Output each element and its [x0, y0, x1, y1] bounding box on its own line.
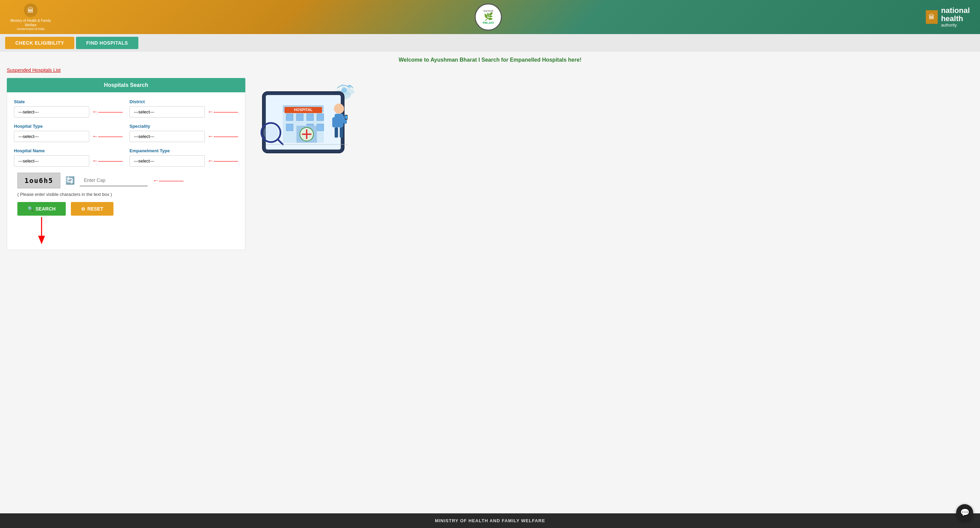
hospital-name-group: Hospital Name ---select--- ←————: [14, 148, 123, 167]
search-icon: 🔍: [28, 206, 33, 212]
navbar: CHECK ELIGIBILITY FIND HOSPITALS: [0, 34, 980, 52]
reset-button[interactable]: ⊖ RESET: [71, 202, 113, 216]
search-panel-body: State ---select--- ←———— District --: [7, 92, 245, 250]
header-left-logo: 🏛 Ministry of Health & Family Welfare Go…: [10, 3, 51, 31]
district-group: District ---select--- ←————: [129, 99, 238, 118]
speciality-arrow-indicator: ←————: [207, 133, 238, 140]
svg-rect-29: [340, 127, 343, 138]
ministry-name: Ministry of Health & Family Welfare: [10, 18, 51, 27]
district-arrow-indicator: ←————: [207, 108, 238, 116]
empanelment-type-group: Empanelment Type ---select--- ←————: [129, 148, 238, 167]
speciality-label: Speciality: [129, 124, 238, 129]
svg-rect-12: [307, 114, 313, 121]
search-panel: Hospitals Search State ---select--- ←———…: [7, 78, 245, 250]
state-group: State ---select--- ←————: [14, 99, 123, 118]
welcome-text: Welcome to Ayushman Bharat I Search for …: [7, 57, 973, 63]
svg-rect-14: [286, 124, 293, 131]
svg-point-33: [341, 87, 347, 93]
speciality-group: Speciality ---select--- ←————: [129, 124, 238, 142]
reset-icon: ⊖: [81, 206, 85, 212]
header-right-logo: 🏛 nationalhealthauthority: [926, 6, 970, 28]
svg-rect-31: [345, 116, 347, 119]
captcha-row: 1ou6h5 🔄 ←————: [14, 173, 238, 188]
svg-rect-26: [332, 117, 336, 127]
district-label: District: [129, 99, 238, 104]
state-select-wrapper: ---select--- ←————: [14, 106, 123, 118]
hospital-type-select[interactable]: ---select---: [14, 131, 89, 142]
captcha-input[interactable]: [80, 175, 148, 186]
footer: MINISTRY OF HEALTH AND FAMILY WELFARE: [0, 513, 980, 528]
chat-button[interactable]: 💬: [956, 504, 973, 521]
form-row-name-empanelment: Hospital Name ---select--- ←———— Empanel…: [14, 148, 238, 167]
district-select[interactable]: ---select---: [129, 106, 205, 118]
govt-emblem: 🏛: [24, 3, 38, 17]
nha-emblem: 🏛: [926, 10, 938, 24]
header: 🏛 Ministry of Health & Family Welfare Go…: [0, 0, 980, 34]
hospital-type-label: Hospital Type: [14, 124, 123, 129]
district-select-wrapper: ---select--- ←————: [129, 106, 238, 118]
chat-icon: 💬: [960, 508, 969, 517]
svg-rect-28: [335, 127, 338, 138]
suspended-hospitals-link[interactable]: Suspended Hospitals List: [7, 67, 60, 73]
form-row-state-district: State ---select--- ←———— District --: [14, 99, 238, 118]
svg-text:HOSPITAL: HOSPITAL: [294, 108, 313, 112]
search-button[interactable]: 🔍 SEARCH: [18, 202, 66, 216]
captcha-display: 1ou6h5: [18, 173, 60, 188]
nha-title: nationalhealthauthority: [941, 6, 970, 28]
hospital-illustration-wrapper: HOSPITAL: [252, 78, 361, 167]
button-row: 🔍 SEARCH ⊖ RESET: [14, 202, 238, 216]
header-center-logo: प्रधानमंत्री 🌿 PM-JAY: [475, 3, 502, 31]
captcha-hint: ( Please enter visible characters in the…: [18, 192, 238, 197]
state-arrow-indicator: ←————: [92, 108, 123, 116]
reset-btn-label: RESET: [87, 206, 103, 212]
speciality-select[interactable]: ---select---: [129, 131, 205, 142]
svg-point-35: [341, 84, 344, 87]
hospital-type-group: Hospital Type ---select--- ←————: [14, 124, 123, 142]
find-hospitals-button[interactable]: FIND HOSPITALS: [76, 37, 138, 49]
search-btn-label: SEARCH: [35, 206, 56, 212]
empanelment-type-label: Empanelment Type: [129, 148, 238, 153]
hospital-name-select-wrapper: ---select--- ←————: [14, 155, 123, 167]
pmjay-logo: प्रधानमंत्री 🌿 PM-JAY: [475, 3, 502, 31]
arrow-spacer: [14, 216, 238, 243]
svg-rect-16: [317, 124, 324, 131]
svg-rect-11: [296, 114, 303, 121]
govt-name: Government of India: [17, 27, 45, 31]
empanelment-type-select-wrapper: ---select--- ←————: [129, 155, 238, 167]
svg-marker-1: [38, 236, 45, 244]
hospital-svg-container: HOSPITAL: [252, 78, 361, 167]
hospital-name-arrow-indicator: ←————: [92, 157, 123, 165]
svg-point-22: [263, 125, 278, 140]
pmjay-text: PM-JAY: [483, 21, 494, 24]
search-panel-header: Hospitals Search: [7, 78, 245, 92]
svg-rect-13: [317, 114, 324, 121]
main-content: Welcome to Ayushman Bharat I Search for …: [0, 52, 980, 513]
check-eligibility-button[interactable]: CHECK ELIGIBILITY: [5, 37, 74, 49]
search-down-arrow: [37, 217, 47, 244]
speciality-select-wrapper: ---select--- ←————: [129, 131, 238, 142]
state-select[interactable]: ---select---: [14, 106, 89, 118]
captcha-arrow-indicator: ←————: [153, 177, 183, 184]
svg-rect-10: [286, 114, 293, 121]
state-label: State: [14, 99, 123, 104]
empanelment-type-select[interactable]: ---select---: [129, 155, 205, 167]
svg-point-24: [334, 103, 344, 114]
search-btn-wrapper: 🔍 SEARCH: [18, 202, 66, 216]
hospital-name-select[interactable]: ---select---: [14, 155, 89, 167]
hospital-name-label: Hospital Name: [14, 148, 123, 153]
empanelment-type-arrow-indicator: ←————: [207, 157, 238, 165]
content-row: Hospitals Search State ---select--- ←———…: [7, 78, 973, 250]
captcha-refresh-icon[interactable]: 🔄: [65, 176, 75, 185]
svg-point-34: [348, 85, 351, 88]
hospital-type-select-wrapper: ---select--- ←————: [14, 131, 123, 142]
leaf-icon: 🌿: [484, 12, 493, 21]
footer-text: MINISTRY OF HEALTH AND FAMILY WELFARE: [435, 518, 545, 523]
form-row-type-speciality: Hospital Type ---select--- ←———— Special…: [14, 124, 238, 142]
hospital-type-arrow-indicator: ←————: [92, 133, 123, 140]
hospital-illustration-svg: HOSPITAL: [256, 81, 358, 163]
